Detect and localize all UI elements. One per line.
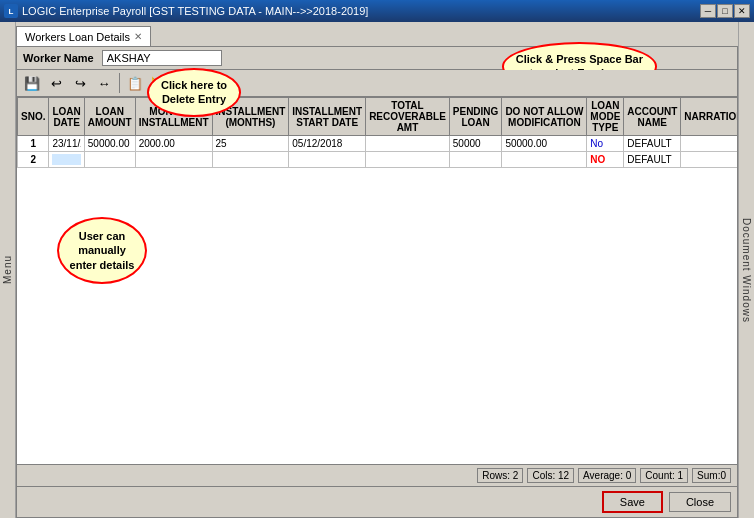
status-rows: Rows: 2: [477, 468, 523, 483]
app-title: LOGIC Enterprise Payroll [GST TESTING DA…: [22, 5, 368, 17]
cell-monthly-installment-1[interactable]: [135, 136, 212, 152]
bottom-bar: Save Close: [17, 486, 737, 517]
cell-installment-months-1[interactable]: [212, 136, 289, 152]
tab-close-icon[interactable]: ✕: [134, 31, 142, 42]
col-loan-amount: LOANAMOUNT: [84, 98, 135, 136]
cell-total-recoverable-1[interactable]: [366, 136, 450, 152]
cell-do-not-allow-text-2: NO: [587, 152, 624, 168]
col-total-recoverable: TOTALRECOVERABLEAMT: [366, 98, 450, 136]
cell-installment-months-2[interactable]: [212, 152, 289, 168]
minimize-button[interactable]: ─: [700, 4, 716, 18]
col-sno: SNO.: [18, 98, 49, 136]
save-button[interactable]: Save: [602, 491, 663, 513]
cell-do-not-allow-text-1: No: [587, 136, 624, 152]
status-average: Average: 0: [578, 468, 636, 483]
status-bar: Rows: 2 Cols: 12 Average: 0 Count: 1 Sum…: [17, 464, 737, 486]
cell-sno-2: 2: [18, 152, 49, 168]
delete-tooltip: Click here to Delete Entry: [147, 68, 241, 117]
resize-button[interactable]: ↔: [93, 72, 115, 94]
col-account-name: ACCOUNTNAME: [624, 98, 681, 136]
cell-pending-loan-1[interactable]: [449, 136, 502, 152]
loan-table: SNO. LOANDATE LOANAMOUNT MONTHLYINSTALLM…: [17, 97, 737, 168]
status-sum: Sum:0: [692, 468, 731, 483]
table-container: SNO. LOANDATE LOANAMOUNT MONTHLYINSTALLM…: [17, 97, 737, 464]
col-installment-start: INSTALLMENTSTART DATE: [289, 98, 366, 136]
col-do-not-allow: DO NOT ALLOWMODIFICATION: [502, 98, 587, 136]
cell-loan-date-1[interactable]: [49, 136, 84, 152]
cell-monthly-installment-2[interactable]: [135, 152, 212, 168]
cell-loan-mode-type-2[interactable]: [624, 152, 681, 168]
tab-workers-loan[interactable]: Workers Loan Details ✕: [16, 26, 151, 46]
cell-do-not-allow-2[interactable]: [502, 152, 587, 168]
col-pending-loan: PENDINGLOAN: [449, 98, 502, 136]
worker-name-label: Worker Name: [23, 52, 94, 64]
redo-button[interactable]: ↪: [69, 72, 91, 94]
worker-bar: Worker Name Click & Press Space Bar to s…: [17, 47, 737, 70]
cell-do-not-allow-1[interactable]: [502, 136, 587, 152]
cell-pending-loan-2[interactable]: [449, 152, 502, 168]
menu-label: Menu: [2, 255, 13, 284]
left-sidebar: Menu: [0, 22, 16, 518]
col-loan-date: LOANDATE: [49, 98, 84, 136]
window-controls: ─ □ ✕: [700, 4, 750, 18]
main-panel: Worker Name Click & Press Space Bar to s…: [16, 46, 738, 518]
tab-label: Workers Loan Details: [25, 31, 130, 43]
worker-name-input[interactable]: [102, 50, 222, 66]
col-narration: NARRATION: [681, 98, 737, 136]
app-window: Menu Document Windows Workers Loan Detai…: [0, 22, 754, 518]
tab-bar: Workers Loan Details ✕: [16, 22, 738, 46]
close-button[interactable]: ✕: [734, 4, 750, 18]
cell-loan-mode-type-1[interactable]: [624, 136, 681, 152]
toolbar-separator-1: [119, 73, 120, 93]
cell-account-name-1[interactable]: [681, 136, 737, 152]
cell-installment-start-1[interactable]: [289, 136, 366, 152]
col-loan-mode-type: LOANMODETYPE: [587, 98, 624, 136]
table-row: 1 No: [18, 136, 738, 152]
cell-loan-amount-1[interactable]: [84, 136, 135, 152]
status-count: Count: 1: [640, 468, 688, 483]
user-enter-tooltip: User can manually enter details: [57, 217, 147, 284]
close-panel-button[interactable]: Close: [669, 492, 731, 512]
main-content: Workers Loan Details ✕ Worker Name Click…: [16, 22, 738, 518]
cell-total-recoverable-2[interactable]: [366, 152, 450, 168]
maximize-button[interactable]: □: [717, 4, 733, 18]
title-bar: L LOGIC Enterprise Payroll [GST TESTING …: [0, 0, 754, 22]
undo-button[interactable]: ↩: [45, 72, 67, 94]
toolbar: 💾 ↩ ↪ ↔ 📋 📐 ✕ Click here to Delete Entry: [17, 70, 737, 97]
status-cols: Cols: 12: [527, 468, 574, 483]
table-row: 2 NO: [18, 152, 738, 168]
right-sidebar: Document Windows: [738, 22, 754, 518]
cell-account-name-2[interactable]: [681, 152, 737, 168]
save-toolbar-button[interactable]: 💾: [21, 72, 43, 94]
copy-button[interactable]: 📋: [124, 72, 146, 94]
app-logo: L: [4, 4, 18, 18]
cell-loan-date-2[interactable]: [49, 152, 84, 168]
cell-loan-amount-2[interactable]: [84, 152, 135, 168]
cell-sno-1: 1: [18, 136, 49, 152]
cell-installment-start-2[interactable]: [289, 152, 366, 168]
document-windows-label: Document Windows: [741, 218, 752, 323]
